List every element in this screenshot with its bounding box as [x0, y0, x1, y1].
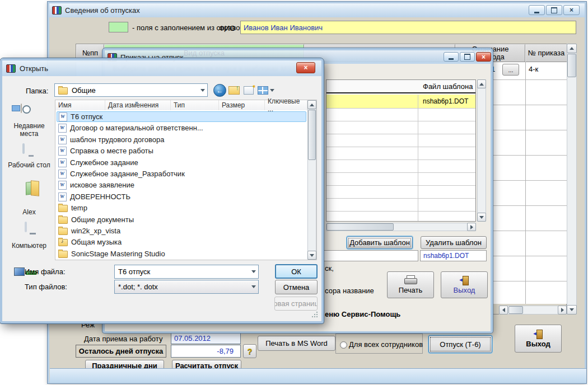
file-name-combobox[interactable]: Т6 отпуск	[114, 265, 259, 279]
computer-icon[interactable]	[25, 222, 27, 232]
file-name: исковое заявление	[70, 181, 134, 189]
list-item[interactable]: SonicStage Mastering Studio	[57, 248, 306, 259]
row1-order-number: 4-к	[529, 65, 538, 73]
template-name-field[interactable]	[322, 250, 418, 261]
vscroll-thumb[interactable]	[567, 54, 576, 77]
close-button[interactable]: ×	[296, 62, 315, 73]
word-document-icon	[58, 181, 67, 190]
list-scroll-up[interactable]	[307, 100, 316, 109]
vacation-t6-button[interactable]: Отпуск (Т-6)	[428, 335, 492, 353]
list-item[interactable]: шаблон трудового договора	[57, 134, 306, 145]
sidebar-item-recent[interactable]: Недавние места	[4, 122, 54, 138]
col-header-order[interactable]: № приказа	[525, 44, 567, 62]
list-item[interactable]: temp	[57, 203, 306, 213]
list-item[interactable]: Общая музыка	[57, 237, 306, 247]
file-list: Имя Дата изменения Тип Размер Ключевые .…	[55, 100, 317, 260]
titlebar-vacation-info[interactable]: Сведения об отпусках ×	[49, 3, 585, 17]
column-header-size[interactable]: Размер	[219, 100, 265, 110]
maximize-button[interactable]	[460, 52, 475, 62]
minimize-button[interactable]	[529, 5, 545, 15]
folder-combobox[interactable]: Общие	[54, 83, 208, 97]
days-left-field[interactable]: -8,79	[171, 345, 241, 358]
file-type-value: *.dot; *. dotx	[118, 283, 158, 291]
exit-button-main[interactable]: Выход	[515, 325, 562, 353]
sidebar-item-desktop[interactable]: Рабочий стол	[4, 161, 54, 169]
dropdown-arrow	[198, 84, 207, 96]
grid-scroll-down[interactable]	[477, 213, 486, 222]
word-document-icon	[58, 135, 67, 144]
app-icon	[52, 6, 62, 15]
close-button[interactable]: ×	[563, 5, 580, 15]
list-item[interactable]: Договор о материальной ответственн...	[57, 123, 306, 133]
hire-date-field[interactable]: 07.05.2012	[171, 332, 241, 344]
views-button[interactable]	[258, 86, 268, 95]
file-list-rows: Т6 отпускДоговор о материальной ответств…	[55, 111, 307, 260]
fio-field[interactable]: Иванов Иван Иванович	[240, 21, 576, 34]
grid-scroll-right[interactable]	[467, 223, 476, 231]
cancel-button[interactable]: Отмена	[275, 280, 318, 294]
resize-grip[interactable]	[311, 311, 318, 318]
text-fragment-1: ск,	[325, 264, 334, 273]
back-button[interactable]: ←	[213, 84, 226, 97]
folder-shared-icon	[58, 217, 68, 224]
column-separator	[525, 62, 526, 304]
arrow-right-icon	[561, 308, 564, 312]
hscroll-thumb[interactable]	[508, 306, 523, 314]
grid-row-selected[interactable]: nshab6p1.DOT	[326, 95, 475, 109]
list-scroll-down[interactable]	[307, 251, 316, 260]
table-vscrollbar[interactable]	[567, 44, 577, 314]
maximize-button[interactable]	[546, 5, 562, 15]
views-dropdown-arrow[interactable]	[270, 89, 274, 92]
sidebar-item-computer[interactable]: Компьютер	[4, 242, 54, 250]
column-header-keywords[interactable]: Ключевые ...	[265, 100, 307, 110]
days-left-label: Осталось дней отпуска	[76, 345, 166, 358]
close-button[interactable]: ×	[476, 52, 491, 62]
desktop-icon[interactable]	[22, 143, 25, 154]
list-item[interactable]: Служебное задание_Разработчик	[57, 168, 306, 179]
templates-grid[interactable]: Файл шаблона nshab6p1.DOT	[326, 79, 476, 222]
column-header-type[interactable]: Тип	[171, 100, 219, 110]
grid-hscroll-thumb[interactable]	[326, 223, 394, 231]
titlebar-open-dialog[interactable]: Открыть ×	[2, 60, 321, 76]
list-item[interactable]: win2k_xp_vista	[57, 226, 306, 236]
ok-button[interactable]: ОК	[275, 264, 318, 279]
sort-arrow-icon	[135, 102, 138, 105]
print-ms-word-button[interactable]: Печать в MS Word	[258, 336, 335, 351]
new-folder-button[interactable]	[244, 86, 254, 95]
list-item[interactable]: ДОВЕРЕННОСТЬ	[57, 191, 306, 202]
maximize-icon	[551, 7, 557, 13]
up-folder-button[interactable]	[228, 86, 240, 95]
list-vscroll-thumb[interactable]	[308, 110, 316, 160]
list-item[interactable]: Справка о месте работы	[57, 145, 306, 156]
list-item[interactable]: Служебное задание	[57, 157, 306, 168]
exit-button-orders[interactable]: Выход	[441, 271, 488, 298]
scroll-right-button[interactable]	[558, 306, 567, 314]
print-button[interactable]: Печать	[387, 271, 434, 298]
grid-col-template-file: Файл шаблона	[423, 82, 473, 91]
grid-scroll-up[interactable]	[477, 79, 486, 88]
list-item[interactable]: Общие документы	[57, 214, 306, 225]
file-type-label: Тип файлов:	[25, 283, 67, 291]
sidebar-item-user[interactable]: Alex	[4, 208, 54, 216]
recent-places-icon[interactable]	[21, 104, 22, 113]
folder-music-icon	[58, 239, 68, 246]
add-template-button[interactable]: Добавить шаблон	[347, 236, 413, 249]
fio-label: ФИО	[219, 24, 235, 32]
template-file-box[interactable]: nshab6p1.DOT	[420, 250, 487, 261]
scroll-left-button[interactable]	[499, 306, 508, 314]
scroll-up-button[interactable]	[567, 44, 577, 53]
file-type-combobox[interactable]: *.dot; *. dotx	[114, 280, 259, 294]
delete-template-button[interactable]: Удалить шаблон	[421, 236, 487, 249]
list-item[interactable]: исковое заявление	[57, 180, 306, 190]
all-employees-radio[interactable]	[340, 341, 347, 349]
grid-vscrollbar[interactable]	[477, 79, 486, 222]
minimize-button[interactable]	[444, 52, 459, 62]
scroll-down-button[interactable]	[567, 305, 577, 314]
minimize-icon	[534, 12, 539, 13]
row1-more-button[interactable]: ...	[502, 64, 519, 76]
file-name: Справка о месте работы	[70, 147, 153, 155]
list-item[interactable]: Т6 отпуск	[57, 111, 306, 122]
close-icon: ×	[304, 64, 307, 71]
help-button[interactable]: ?	[243, 344, 256, 358]
column-header-name[interactable]: Имя	[55, 100, 105, 110]
